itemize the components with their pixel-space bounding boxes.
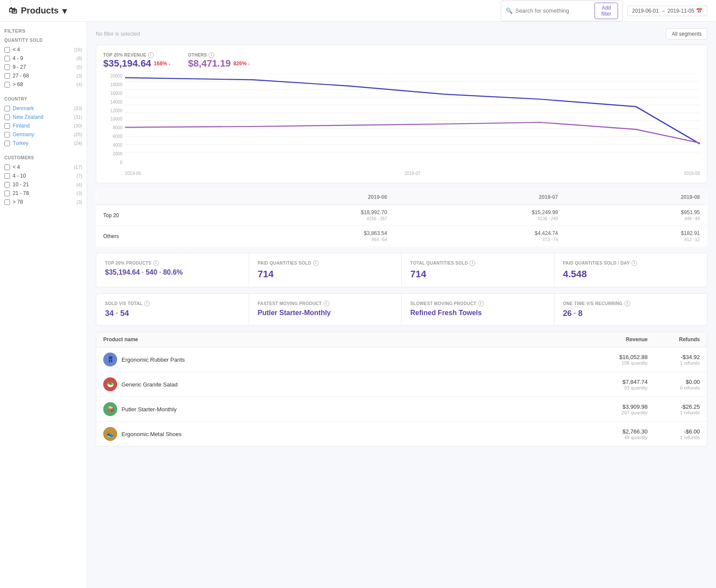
filter-label-4-9: 4 - 9 xyxy=(13,55,74,61)
filter-checkbox-turkey[interactable] xyxy=(4,141,10,146)
chart-area: 20000 18000 16000 14000 12000 10000 8000… xyxy=(103,74,700,169)
metric-paid-qty-label: PAID QUANTITIES SOLD i xyxy=(258,260,393,266)
x-label-june: 2019-06 xyxy=(125,171,141,176)
filter-item-new-zealand[interactable]: New Zealand (31) xyxy=(4,113,82,121)
filter-item-cust-4-10[interactable]: 4 - 10 (7) xyxy=(4,171,82,180)
filter-item-4-9[interactable]: 4 - 9 (8) xyxy=(4,54,82,63)
filter-checkbox-9-27[interactable] xyxy=(4,64,10,70)
top20-info-icon[interactable]: i xyxy=(148,52,154,58)
top20-value: $35,194.64 168% ↓ xyxy=(103,58,171,69)
filter-item-cust-10-21[interactable]: 10 - 21 (4) xyxy=(4,180,82,189)
filter-count-gt68: (4) xyxy=(77,82,82,87)
filter-checkbox-27-68[interactable] xyxy=(4,73,10,79)
filter-item-cust-lt4[interactable]: < 4 (17) xyxy=(4,163,82,171)
metric-paid-per-day-label: PAID QUANTITIES SOLD / DAY i xyxy=(563,260,699,266)
filter-count-cust-gt78: (3) xyxy=(77,199,82,205)
filter-label-turkey: Turkey xyxy=(13,140,71,146)
metric-total-qty-info[interactable]: i xyxy=(469,260,475,266)
search-input[interactable] xyxy=(515,7,592,14)
seg-col-jul: 2019-07 xyxy=(394,190,565,205)
product-name-4: Ergonomic Metal Shoes xyxy=(122,431,182,437)
others-info-icon[interactable]: i xyxy=(209,52,214,58)
filters-title: FILTERS xyxy=(4,28,82,34)
products-col-refunds: Refunds xyxy=(648,336,700,343)
main-layout: FILTERS QUANTITY SOLD < 4 (16) 4 - 9 (8)… xyxy=(0,22,716,588)
filter-count-9-27: (5) xyxy=(77,64,82,70)
header-search-area: 🔍 Add filter 2019-06-01 → 2019-11-05 📅 xyxy=(501,0,707,21)
segment-table: 2019-06 2019-07 2019-08 Top 20 $18,992.7… xyxy=(96,189,707,247)
products-col-name: Product name xyxy=(103,336,578,343)
customers-title: CUSTOMERS xyxy=(4,155,82,160)
metric-top20-info[interactable]: i xyxy=(153,260,159,266)
metric-paid-qty-info[interactable]: i xyxy=(313,260,319,266)
filter-count-cust-10-21: (4) xyxy=(77,182,82,187)
filter-item-germany[interactable]: Germany (25) xyxy=(4,130,82,139)
filter-label-cust-21-78: 21 - 78 xyxy=(13,190,74,196)
product-name-cell-1: 👖 Ergonomic Rubber Pants xyxy=(103,353,578,366)
filter-item-9-27[interactable]: 9 - 27 (5) xyxy=(4,63,82,71)
filter-checkbox-cust-21-78[interactable] xyxy=(4,191,10,196)
line-chart-svg xyxy=(125,74,700,156)
metric-one-time-info[interactable]: i xyxy=(625,301,630,306)
metric-total-qty-sold: TOTAL QUANTITIES SOLD i 714 xyxy=(402,253,554,287)
filter-checkbox-4-9[interactable] xyxy=(4,56,10,61)
filter-checkbox-cust-gt78[interactable] xyxy=(4,199,10,205)
seg-row2-jul: $4,424.74#73 ↑74 xyxy=(394,226,565,247)
filter-checkbox-gt68[interactable] xyxy=(4,82,10,87)
product-name-3: Putler Starter-Monthly xyxy=(122,406,176,413)
date-to: 2019-11-05 xyxy=(668,8,694,14)
filter-item-27-68[interactable]: 27 - 68 (3) xyxy=(4,71,82,80)
metric-total-qty-value: 714 xyxy=(410,269,545,280)
chevron-down-icon[interactable]: ▾ xyxy=(62,6,67,16)
filter-count-new-zealand: (31) xyxy=(74,114,82,120)
filter-item-finland[interactable]: Finland (30) xyxy=(4,121,82,130)
filter-checkbox-finland[interactable] xyxy=(4,123,10,129)
app-title-block: 🛍 Products ▾ xyxy=(9,6,67,16)
metric-fastest-product-value: Putler Starter-Monthly xyxy=(258,309,393,317)
product-refunds-2: $0.00 0 refunds xyxy=(648,379,700,390)
filter-item-lt4[interactable]: < 4 (16) xyxy=(4,45,82,54)
filter-count-4-9: (8) xyxy=(77,56,82,61)
others-metric: OTHERS i $8,471.19 826% ↓ xyxy=(188,52,250,69)
filter-checkbox-cust-10-21[interactable] xyxy=(4,182,10,188)
filter-count-cust-lt4: (17) xyxy=(74,165,82,170)
date-range-picker[interactable]: 2019-06-01 → 2019-11-05 📅 xyxy=(627,6,707,16)
filter-item-cust-21-78[interactable]: 21 - 78 (3) xyxy=(4,189,82,198)
metric-total-qty-label: TOTAL QUANTITIES SOLD i xyxy=(410,260,545,266)
seg-col-label xyxy=(96,190,223,205)
metric-slowest-info[interactable]: i xyxy=(478,301,484,306)
filter-count-cust-4-10: (7) xyxy=(77,173,82,178)
seg-row1-jul: $15,249.99#236 ↑249 xyxy=(394,205,565,226)
metric-fastest-product-label: FASTEST MOVING PRODUCT i xyxy=(258,301,393,306)
table-row: Others $3,863.54#64 ↑64 $4,424.74#73 ↑74… xyxy=(96,226,707,247)
metric-fastest-info[interactable]: i xyxy=(324,301,329,306)
y-label-0: 0 xyxy=(103,160,122,165)
filter-item-denmark[interactable]: Denmark (33) xyxy=(4,104,82,113)
x-label-aug: 2019-08 xyxy=(684,171,700,176)
filter-item-turkey[interactable]: Turkey (24) xyxy=(4,139,82,148)
product-name-1: Ergonomic Rubber Pants xyxy=(122,356,185,363)
quantity-sold-title: QUANTITY SOLD xyxy=(4,38,82,43)
search-box[interactable]: 🔍 Add filter xyxy=(501,0,623,21)
no-filter-text: No filter is selected xyxy=(96,31,140,37)
metric-paid-per-day-info[interactable]: i xyxy=(632,260,637,266)
all-segments-button[interactable]: All segments xyxy=(666,28,707,40)
metric-one-time-label: ONE TIME V/S RECURRING i xyxy=(563,301,699,306)
filter-item-cust-gt78[interactable]: > 78 (3) xyxy=(4,198,82,206)
filter-label-cust-4-10: 4 - 10 xyxy=(13,173,74,179)
metric-one-time-value: 26 · 8 xyxy=(563,309,699,318)
date-from: 2019-06-01 xyxy=(632,8,659,14)
filter-checkbox-denmark[interactable] xyxy=(4,106,10,111)
filter-checkbox-new-zealand[interactable] xyxy=(4,114,10,120)
product-revenue-3: $3,909.98 207 quantity xyxy=(578,403,648,415)
metric-sold-vs-total-info[interactable]: i xyxy=(144,301,150,306)
filter-count-denmark: (33) xyxy=(74,106,82,111)
add-filter-button[interactable]: Add filter xyxy=(594,3,618,19)
filter-checkbox-germany[interactable] xyxy=(4,132,10,138)
filter-checkbox-cust-lt4[interactable] xyxy=(4,165,10,170)
filter-checkbox-cust-4-10[interactable] xyxy=(4,173,10,179)
filter-label-germany: Germany xyxy=(13,131,71,138)
filter-checkbox-lt4[interactable] xyxy=(4,47,10,53)
products-table: Product name Revenue Refunds 👖 Ergonomic… xyxy=(96,332,707,447)
filter-item-gt68[interactable]: > 68 (4) xyxy=(4,80,82,89)
